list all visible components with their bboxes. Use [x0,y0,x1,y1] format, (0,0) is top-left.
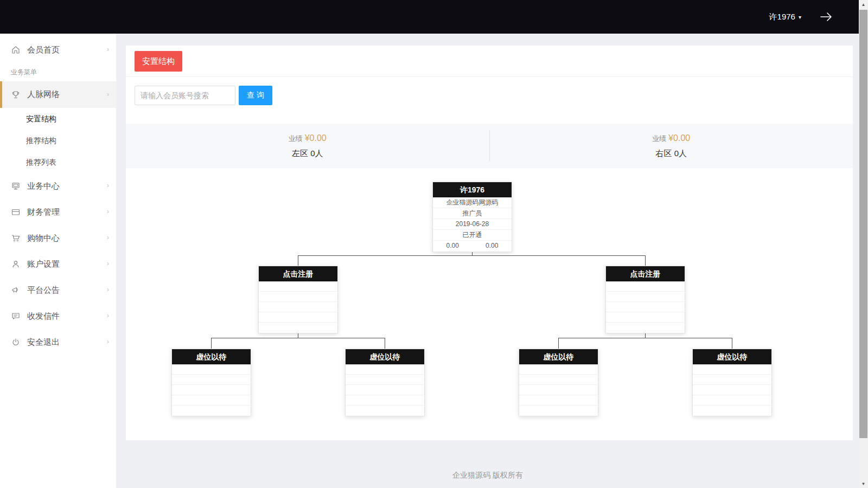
tree-node-row [259,302,337,312]
tree-connector [298,255,646,256]
sidebar-item-announcements[interactable]: 平台公告 › [0,277,116,303]
tree-node-row [172,375,251,385]
tree-node-row [606,281,685,292]
tree-node-row [519,364,598,375]
performance-label: 业绩 [289,134,303,143]
performance-label: 业绩 [652,134,666,143]
tree-node-row [693,364,771,375]
sidebar-subitem-referral-structure[interactable]: 推荐结构 [0,130,116,151]
tree-node-row [259,292,337,302]
tree-node-row [346,385,424,395]
sidebar-item-label: 购物中心 [27,233,60,243]
tree-node-title: 虚位以待 [346,349,424,364]
tree-node-row [259,281,337,292]
credit-card-icon [11,207,21,217]
tree-node-root[interactable]: 许1976 企业猫源码网源码 推广员 2019-06-28 已开通 0.00 0… [432,182,512,252]
chevron-icon: › [107,90,109,98]
content-panel: 安置结构 查 询 业绩¥0.00 左区 0人 业绩¥0.00 右区 0人 [126,46,853,440]
stats-band: 业绩¥0.00 左区 0人 业绩¥0.00 右区 0人 [126,124,853,168]
search-row: 查 询 [135,86,272,105]
chevron-icon: › [107,233,109,241]
tree-node-row [606,312,685,323]
tree-connector [385,338,385,349]
tree-node-row [519,385,598,395]
tree-node-row [519,375,598,385]
zone-count: 右区 0人 [655,149,687,159]
sidebar-item-account[interactable]: 账户设置 › [0,251,116,277]
placement-structure-button[interactable]: 安置结构 [135,51,182,72]
trophy-icon [11,90,21,100]
tree-node-row [346,364,424,375]
tree-connector [211,338,385,338]
sidebar-item-shopping[interactable]: 购物中心 › [0,225,116,251]
sidebar-item-business-center[interactable]: 业务中心 › [0,173,116,199]
username: 许1976 [769,12,795,22]
left-value: 0.00 [433,241,473,252]
tree-connector [645,255,646,266]
tree-node-row [346,375,424,385]
arrow-right-icon [820,12,833,22]
tree-node-row [172,364,251,375]
chevron-icon: › [107,45,109,53]
tree-node-register-left[interactable]: 点击注册 [258,266,338,333]
monitor-icon [11,181,21,191]
power-icon [11,337,21,347]
tree-connector [732,338,732,349]
tree-node-title: 虚位以待 [172,349,251,364]
sidebar-item-messages[interactable]: 收发信件 › [0,303,116,329]
home-icon [11,45,21,55]
cart-icon [11,233,21,243]
sidebar-item-label: 收发信件 [27,311,60,322]
sidebar-subitem-placement-structure[interactable]: 安置结构 [0,108,116,130]
tree-node-title: 点击注册 [606,266,685,281]
sidebar-item-logout[interactable]: 安全退出 › [0,329,116,355]
tree-node-vacant-2: 虚位以待 [345,349,425,416]
tree-node-row [346,395,424,406]
user-icon [11,259,21,269]
footer-copyright: 企业猫源码 版权所有 [117,471,859,480]
tree-node-row [259,312,337,323]
tree-node-row [693,385,771,395]
tree-node-title: 点击注册 [259,266,337,281]
scrollbar-thumb[interactable] [859,10,867,438]
sidebar-item-home[interactable]: 会员首页 › [0,37,116,63]
sidebar-item-network[interactable]: 人脉网络 › [0,81,116,108]
sidebar-subitem-referral-list[interactable]: 推荐列表 [0,151,116,173]
tree-node-row [693,395,771,406]
tree-node-row: 企业猫源码网源码 [433,197,512,208]
tree-node-row [606,323,685,333]
exit-arrow-button[interactable] [820,12,833,22]
sidebar-item-label: 账户设置 [27,259,60,269]
right-zone-stat: 业绩¥0.00 右区 0人 [490,124,853,168]
sidebar-item-label: 人脉网络 [27,89,60,100]
megaphone-icon [11,285,21,295]
tree-node-title: 许1976 [433,182,512,197]
scrollbar-down-arrow-icon[interactable]: ▼ [859,479,868,488]
topbar: 许1976 ▾ [0,0,859,34]
tree-node-vacant-1: 虚位以待 [171,349,251,416]
right-value: 0.00 [473,241,512,252]
tree-connector [558,338,559,349]
scrollbar-up-arrow-icon[interactable]: ▲ [859,0,868,9]
tree-node-vacant-3: 虚位以待 [519,349,598,416]
tree-connector [298,333,298,338]
chevron-icon: › [107,259,109,267]
sidebar-item-finance[interactable]: 财务管理 › [0,199,116,225]
panel-header: 安置结构 [126,46,853,77]
sidebar-section-label: 业务菜单 [0,63,116,81]
tree-node-row [172,406,251,416]
tree-node-row [172,385,251,395]
tree-connector [558,338,732,338]
user-menu[interactable]: 许1976 ▾ [769,12,801,22]
sidebar-item-label: 会员首页 [27,45,60,55]
tree-node-row [259,323,337,333]
tree-node-register-right[interactable]: 点击注册 [605,266,685,333]
tree-node-vacant-4: 虚位以待 [692,349,772,416]
chevron-icon: › [107,311,109,319]
member-search-input[interactable] [135,86,235,105]
query-button[interactable]: 查 询 [239,86,272,105]
tree-node-title: 虚位以待 [693,349,771,364]
chevron-icon: › [107,181,109,189]
sidebar-item-label: 财务管理 [27,207,60,217]
page-scrollbar[interactable]: ▲ ▼ [859,0,868,488]
